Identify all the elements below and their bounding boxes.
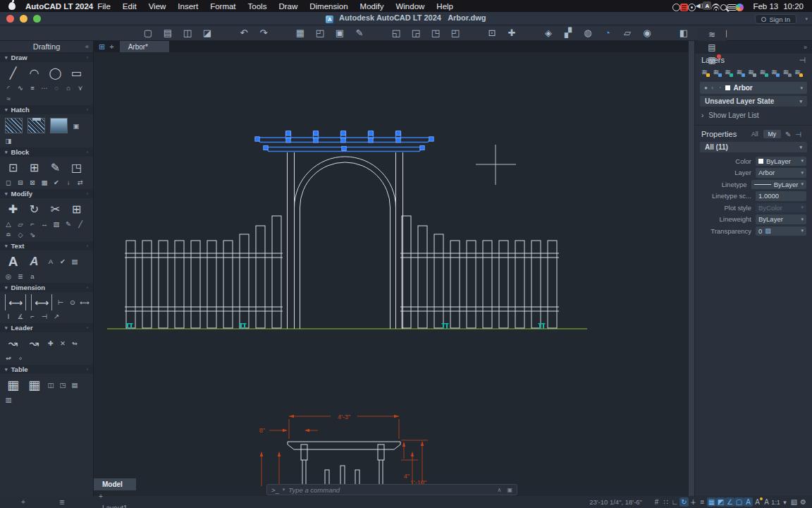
menu-time[interactable]: 10:20 — [783, 2, 804, 11]
filter-caret-icon[interactable]: ▾ — [799, 145, 802, 150]
properties-autohide-icon[interactable]: ⊣ — [795, 131, 801, 138]
text-align-icon[interactable]: ▤ — [70, 257, 80, 266]
section-header[interactable]: ▾ Table ◦ — [0, 365, 93, 374]
apple-logo-icon[interactable] — [8, 2, 16, 10]
section-options-icon[interactable]: ◦ — [86, 284, 88, 291]
annotation-visibility-icon[interactable]: A — [744, 497, 753, 507]
transparency-icon[interactable]: ▦ — [707, 497, 716, 507]
creative-cloud-icon[interactable] — [672, 4, 680, 11]
offset-icon[interactable]: ▱ — [16, 219, 25, 229]
app-menu[interactable]: AutoCAD LT 2024 — [25, 2, 93, 11]
section-header[interactable]: ▾ Block ◦ — [0, 147, 93, 157]
find-text-icon[interactable]: ◎ — [4, 272, 13, 281]
save-icon[interactable]: ◫ — [182, 28, 193, 38]
polar-tracking-icon[interactable]: ↻ — [679, 497, 689, 507]
lineweight-icon[interactable]: ≡ — [698, 497, 707, 507]
fence-right[interactable] — [400, 216, 559, 328]
titlebar-caret-icon[interactable]: ▾ — [805, 16, 808, 22]
state-caret-icon[interactable]: ▾ — [799, 99, 802, 104]
show-layer-list-toggle[interactable]: › Show Layer List — [695, 108, 812, 123]
multileader-style-icon[interactable]: ↝ — [25, 334, 44, 352]
selection-filter-dropdown[interactable]: All (11) ▾ — [700, 142, 807, 152]
drawing-tab-arbor[interactable]: Arbor* — [120, 41, 169, 52]
section-options-icon[interactable]: ◦ — [86, 243, 88, 249]
hatch-edit-icon[interactable] — [27, 118, 45, 133]
edit-icon[interactable]: ✎ — [354, 28, 365, 38]
circle-icon[interactable]: ◯ — [46, 64, 65, 82]
command-customize-icon[interactable]: ▣ — [507, 487, 512, 493]
section-options-icon[interactable]: ◦ — [86, 107, 88, 113]
drawing-compare-icon[interactable]: ◧ — [678, 28, 689, 38]
spell-check-icon[interactable]: ✔ — [58, 257, 68, 266]
menu-item[interactable]: Help — [436, 2, 453, 11]
plan-view[interactable]: 4'-3" 8" 4" 1'-10" — [259, 413, 428, 487]
ray-icon[interactable]: ⋎ — [75, 83, 85, 92]
scale-icon[interactable]: ◇ — [16, 230, 25, 239]
isolate-objects-icon[interactable]: ▧ — [789, 497, 799, 507]
baseline-dim-icon[interactable]: ⌐ — [27, 312, 37, 321]
selection-cycling-icon[interactable]: ◩ — [716, 497, 725, 507]
red-app-icon[interactable] — [680, 4, 688, 11]
undo-icon[interactable]: ↶ — [238, 28, 250, 38]
palette-list-icon[interactable]: ≣ — [59, 498, 65, 506]
layout-tab[interactable]: Model — [94, 478, 136, 490]
table-cell-icon[interactable]: ◳ — [58, 380, 68, 389]
export-pdf-icon[interactable]: ◲ — [410, 28, 422, 38]
point-icon[interactable]: ⋯ — [39, 83, 49, 92]
edit-attribute-icon[interactable]: ◳ — [67, 159, 86, 176]
menu-item[interactable]: Format — [210, 2, 235, 11]
join-icon[interactable]: ≏ — [4, 230, 13, 239]
menu-item[interactable]: Draw — [278, 2, 297, 11]
collapse-palette-icon[interactable]: « — [85, 43, 89, 50]
model-space-canvas[interactable]: 4'-3" 8" 4" 1'-10" — [94, 52, 689, 496]
quick-select-icon[interactable]: ✎ — [785, 131, 791, 138]
batch-plot-icon[interactable]: ◰ — [314, 28, 326, 38]
layer-states-icon[interactable]: ≋ — [723, 68, 732, 77]
line-icon[interactable]: ╱ — [4, 64, 23, 82]
grid-icon[interactable]: # — [652, 497, 661, 507]
dim-style-icon[interactable]: ⟷ — [31, 294, 52, 310]
panel-expand-icon[interactable]: » — [804, 44, 809, 51]
palette-add-icon[interactable]: + — [21, 498, 25, 506]
gradient-icon[interactable] — [50, 118, 68, 133]
table-export-icon[interactable]: ◫ — [46, 380, 56, 389]
etransmit-icon[interactable]: ◰ — [450, 28, 461, 38]
command-collapse-icon[interactable]: ∧ — [498, 487, 502, 493]
menu-item[interactable]: Tools — [248, 2, 267, 11]
section-header[interactable]: ▾ Hatch ◦ — [0, 105, 93, 114]
create-block-icon[interactable]: ⊞ — [25, 159, 44, 176]
explode-icon[interactable]: ▧ — [51, 219, 61, 229]
autoscale-icon[interactable]: A — [753, 497, 762, 507]
sign-in-button[interactable]: Sign In — [755, 14, 796, 24]
panel-tab-layers[interactable]: ≋ — [698, 28, 726, 41]
selection-grips[interactable] — [255, 131, 433, 151]
save-as-icon[interactable]: ◪ — [202, 28, 213, 38]
dimension-icon[interactable]: ⟷ — [5, 294, 26, 310]
insert-block-icon[interactable]: ⊡ — [4, 159, 23, 176]
pan-icon[interactable]: ✚ — [506, 28, 517, 38]
segment-my[interactable]: My — [763, 130, 781, 138]
layer-properties-icon[interactable]: ≋ — [712, 68, 721, 77]
layout-tab[interactable]: + — [94, 490, 136, 502]
volume-icon[interactable]: ◀ — [696, 2, 703, 9]
export-dwf-icon[interactable]: ◱ — [390, 28, 402, 38]
section-header[interactable]: ▾ Modify ◦ — [0, 189, 93, 198]
boundary-icon[interactable]: ▣ — [71, 121, 81, 131]
rotate-icon[interactable]: ↻ — [25, 200, 44, 218]
layer-dropdown[interactable]: Arbor▾ — [756, 168, 806, 178]
annotation-scale-icon[interactable]: A — [762, 497, 771, 507]
polyline-icon[interactable]: ◠ — [25, 64, 44, 82]
scale-caret[interactable]: ▾ — [780, 497, 789, 507]
menu-item[interactable]: File — [97, 2, 111, 11]
layer-previous-icon[interactable]: ≋ — [746, 68, 756, 77]
mtext-icon[interactable]: A — [4, 253, 23, 270]
align-leader-icon[interactable]: ↬ — [70, 339, 80, 348]
siri-icon[interactable] — [736, 4, 744, 11]
angular-dim-icon[interactable]: ∡ — [16, 312, 25, 321]
redo-icon[interactable]: ↷ — [258, 28, 269, 38]
rectangle-icon[interactable]: ▭ — [67, 64, 86, 82]
layer-isolate-icon[interactable]: ≋ — [758, 68, 768, 77]
manage-attributes-icon[interactable]: ⊟ — [16, 178, 25, 187]
menu-item[interactable]: Window — [395, 2, 424, 11]
tool-palettes-icon[interactable]: ▞ — [562, 28, 574, 38]
